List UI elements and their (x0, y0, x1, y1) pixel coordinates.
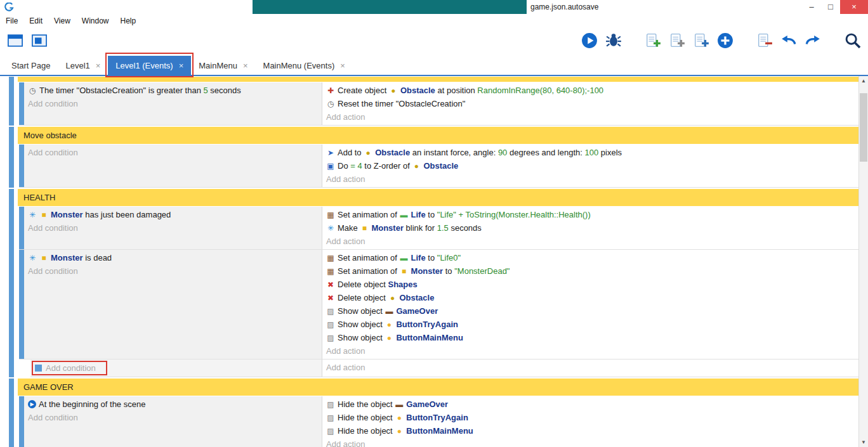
action-line[interactable]: ✳Make ■Monster blink for 1.5 seconds (322, 221, 858, 235)
zorder-icon: ▣ (326, 162, 335, 170)
event-drag-handle[interactable] (19, 207, 24, 249)
scrollbar-thumb[interactable] (860, 93, 867, 162)
tab-mainmenu-events[interactable]: MainMenu (Events)× (256, 56, 353, 75)
action-line[interactable]: ▨Hide the object ●ButtonMainMenu (322, 424, 858, 437)
add-condition-button[interactable]: Add condition (24, 264, 322, 278)
event-text: seconds (449, 223, 482, 233)
debugger-button[interactable] (605, 32, 622, 51)
event-drag-handle[interactable] (19, 82, 24, 125)
menu-help[interactable]: Help (115, 14, 142, 28)
event-text: an instant force, angle: (410, 148, 498, 157)
group-drag-handle[interactable] (9, 379, 14, 447)
add-action-button[interactable]: Add action (322, 437, 858, 447)
tab-close-icon[interactable]: × (340, 61, 345, 70)
object-name: Monster (51, 253, 83, 262)
scroll-up-icon[interactable]: ▲ (859, 76, 868, 86)
add-condition-button[interactable]: Add condition (24, 221, 322, 235)
create-object-icon: ✚ (326, 87, 335, 94)
action-line[interactable]: ✚Create object ●Obstacle at position Ran… (322, 84, 858, 97)
condition-line[interactable]: ◷The timer "ObstacleCreation" is greater… (24, 84, 322, 97)
menu-view[interactable]: View (48, 14, 76, 28)
images-editor-button[interactable] (30, 32, 48, 52)
undo-button[interactable] (780, 32, 797, 51)
tab-close-icon[interactable]: × (96, 61, 101, 70)
event-text: Show object (338, 320, 385, 329)
add-condition-button[interactable]: Add condition (46, 363, 96, 373)
behavior-icon: ✳ (326, 224, 335, 232)
life-thumb: ▬ (400, 254, 409, 262)
menu-edit[interactable]: Edit (23, 14, 48, 28)
group-drag-handle[interactable] (9, 127, 14, 188)
vertical-scrollbar[interactable]: ▲ ▼ (858, 76, 868, 447)
add-condition-button[interactable]: Add condition (24, 146, 322, 159)
toggle-event-disabled-button[interactable] (756, 32, 773, 51)
redo-button[interactable] (805, 32, 821, 51)
event-drag-handle[interactable] (19, 145, 24, 187)
add-condition-button[interactable]: Add condition (24, 97, 322, 110)
group-header-game-over[interactable]: GAME OVER (18, 379, 858, 396)
action-line[interactable]: ▣Do = 4 to Z-order of ●Obstacle (322, 159, 858, 172)
add-action-button[interactable]: Add action (322, 110, 858, 124)
add-subevent-button[interactable] (669, 32, 685, 51)
maximize-button[interactable]: □ (821, 0, 840, 14)
group-header-partial[interactable] (18, 77, 858, 82)
parameter-value: 100 (585, 148, 599, 157)
event-drag-handle[interactable] (19, 250, 24, 359)
event-row: ◷The timer "ObstacleCreation" is greater… (19, 82, 858, 126)
add-comment-button[interactable] (693, 32, 709, 51)
button-thumb: ● (395, 427, 404, 435)
condition-line[interactable]: ✳■Monster is dead (24, 251, 322, 264)
action-line[interactable]: ▨Hide the object ●ButtonTryAgain (322, 411, 858, 424)
add-action-button[interactable]: Add action (322, 344, 858, 358)
tab-level1-events[interactable]: Level1 (Events)× (108, 56, 191, 75)
scrollbar-track[interactable] (859, 86, 868, 437)
condition-line[interactable]: ▶At the beginning of the scene (24, 398, 322, 411)
object-name: GameOver (406, 399, 448, 409)
add-custom-event-button[interactable] (717, 32, 733, 51)
tab-close-icon[interactable]: × (179, 61, 184, 70)
menu-bar: FileEditViewWindowHelp (0, 14, 868, 28)
add-action-button[interactable]: Add action (322, 235, 858, 248)
action-column: ➤Add to ●Obstacle an instant force, angl… (322, 145, 858, 187)
subevent-drag-handle[interactable] (35, 365, 42, 372)
tab-start-page[interactable]: Start Page (4, 56, 58, 75)
action-line[interactable]: ▦Set animation of ▬Life to "Life0" (322, 251, 858, 264)
group-header-move-obstacle[interactable]: Move obstacle (18, 127, 858, 144)
group-drag-handle[interactable] (9, 189, 14, 377)
add-event-button[interactable] (645, 32, 661, 51)
search-button[interactable] (844, 32, 862, 52)
add-condition-button[interactable]: Add condition (24, 411, 322, 424)
action-line[interactable]: ▨Show object ▬GameOver (322, 304, 858, 318)
group-header-health[interactable]: HEALTH (18, 189, 858, 206)
action-line[interactable]: ✖Delete object Shapes (322, 278, 858, 291)
action-line[interactable]: ▨Hide the object ▬GameOver (322, 398, 858, 411)
object-name: ButtonTryAgain (396, 320, 458, 329)
menu-window[interactable]: Window (76, 14, 115, 28)
menu-file[interactable]: File (0, 14, 23, 28)
close-button[interactable]: × (840, 0, 868, 14)
tab-mainmenu[interactable]: MainMenu× (191, 56, 255, 75)
add-action-button[interactable]: Add action (322, 361, 858, 374)
group-drag-handle[interactable] (9, 77, 14, 126)
minimize-button[interactable]: – (802, 0, 821, 14)
action-line[interactable]: ▨Show object ●ButtonTryAgain (322, 318, 858, 331)
action-line[interactable]: ▦Set animation of ■Monster to "MonsterDe… (322, 264, 858, 278)
tab-close-icon[interactable]: × (243, 61, 248, 70)
event-drag-handle[interactable] (19, 396, 24, 447)
tab-level1[interactable]: Level1× (58, 56, 108, 75)
monster-thumb: ■ (360, 224, 369, 232)
tab-label: Level1 (65, 61, 89, 70)
show-object-icon: ▨ (326, 308, 335, 315)
condition-line[interactable]: ✳■Monster has just been damaged (24, 208, 322, 221)
action-line[interactable]: ✖Delete object ●Obstacle (322, 291, 858, 304)
action-line[interactable]: ◷Reset the timer "ObstacleCreation" (322, 97, 858, 110)
project-manager-button[interactable] (6, 32, 24, 52)
action-line[interactable]: ▨Show object ●ButtonMainMenu (322, 331, 858, 344)
action-line[interactable]: ▦Set animation of ▬Life to "Life" + ToSt… (322, 208, 858, 221)
action-line[interactable]: ➤Add to ●Obstacle an instant force, angl… (322, 146, 858, 159)
add-action-button[interactable]: Add action (322, 172, 858, 186)
obstacle-thumb: ● (412, 162, 421, 170)
preview-play-button[interactable] (581, 32, 598, 51)
object-name: Life (411, 210, 426, 219)
scroll-down-icon[interactable]: ▼ (859, 437, 868, 447)
